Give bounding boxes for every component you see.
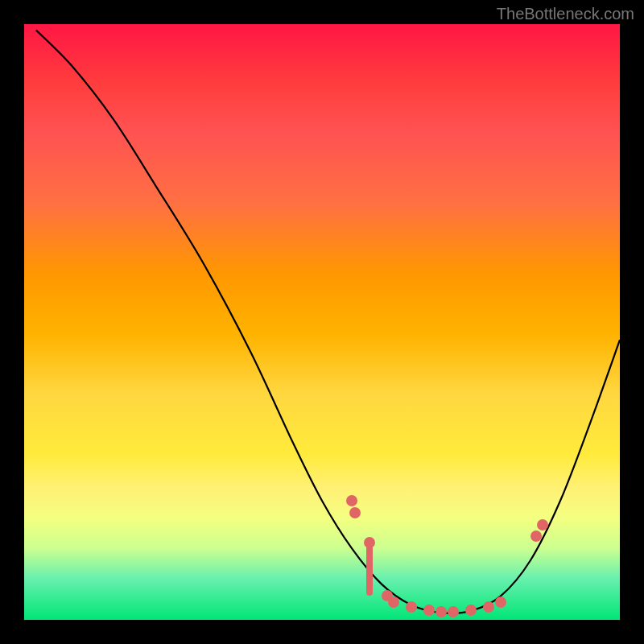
data-point <box>349 507 361 518</box>
data-point <box>423 605 435 616</box>
plot-area <box>24 24 620 620</box>
bottleneck-curve <box>24 24 620 620</box>
data-point <box>537 519 548 530</box>
data-point <box>406 601 417 613</box>
data-point <box>483 601 494 613</box>
data-point <box>530 530 542 542</box>
data-point <box>465 605 477 616</box>
attribution-text: TheBottleneck.com <box>497 5 634 23</box>
data-point <box>388 597 399 608</box>
data-point <box>448 606 459 617</box>
bar-marker <box>366 543 373 597</box>
data-point <box>436 606 447 617</box>
data-point <box>346 495 357 506</box>
data-point <box>495 597 506 608</box>
